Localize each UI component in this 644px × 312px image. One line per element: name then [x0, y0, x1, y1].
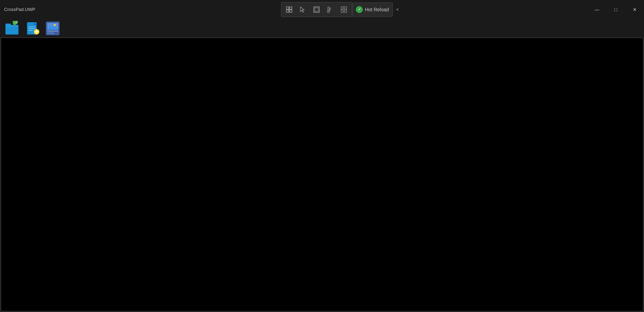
maximize-icon: □ [614, 7, 617, 12]
toolbar-icon-group [281, 2, 352, 17]
svg-rect-7 [328, 7, 329, 11]
svg-rect-17 [343, 9, 345, 11]
folder-open-icon [4, 21, 21, 36]
svg-rect-1 [289, 7, 292, 9]
frame-icon-button[interactable] [310, 3, 323, 16]
hot-reload-label: Hot Reload [365, 7, 389, 12]
cursor-icon [299, 6, 306, 13]
svg-rect-2 [286, 10, 289, 12]
grid-icon [286, 6, 293, 13]
frame-icon [313, 6, 320, 13]
svg-rect-0 [286, 7, 289, 9]
new-file-item[interactable] [23, 19, 42, 38]
svg-rect-37 [47, 32, 54, 34]
close-button[interactable]: ✕ [625, 0, 644, 19]
svg-rect-6 [315, 8, 318, 11]
chevron-icon: < [396, 7, 399, 12]
app-title: CrossPad.UWP [4, 7, 35, 12]
minimize-button[interactable]: — [588, 0, 606, 19]
minimize-icon: — [595, 7, 600, 12]
svg-marker-4 [300, 7, 304, 12]
svg-rect-5 [314, 7, 319, 12]
close-icon: ✕ [633, 7, 637, 12]
svg-rect-3 [289, 10, 292, 12]
inspect-icon-button[interactable] [337, 3, 350, 16]
preview-icon [44, 21, 61, 36]
cursor-icon-button[interactable] [296, 3, 309, 16]
new-file-icon [24, 21, 41, 36]
chevron-button[interactable]: < [393, 3, 402, 16]
top-center: Hot Reload < [96, 2, 588, 17]
main-content-area [1, 38, 643, 311]
svg-rect-20 [5, 25, 18, 27]
hot-reload-status-icon [356, 6, 363, 13]
inspect-icon [340, 6, 347, 13]
top-left: CrossPad.UWP [0, 7, 96, 12]
preview-item[interactable] [43, 19, 62, 38]
svg-rect-36 [47, 30, 58, 32]
maximize-button[interactable]: □ [606, 0, 625, 19]
window-controls: — □ ✕ [588, 0, 644, 19]
thermometer-icon [327, 6, 334, 13]
svg-point-35 [54, 24, 56, 26]
top-area: CrossPad.UWP [0, 0, 644, 19]
toolbox-row [0, 19, 644, 38]
hot-reload-button[interactable]: Hot Reload [352, 2, 392, 17]
heatmap-icon-button[interactable] [324, 3, 337, 16]
grid-icon-button[interactable] [283, 3, 296, 16]
open-folder-item[interactable] [3, 19, 22, 38]
